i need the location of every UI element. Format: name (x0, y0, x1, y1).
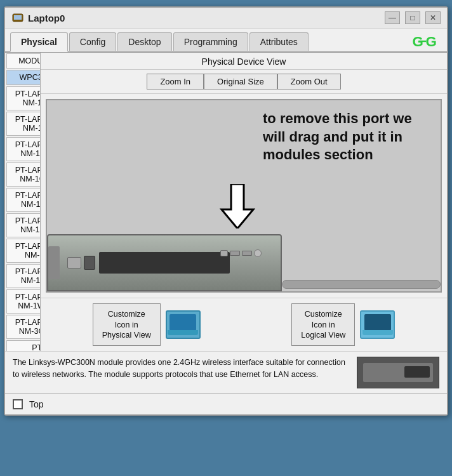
top-label: Top (29, 399, 44, 409)
laptop-port-r4 (254, 249, 262, 257)
bottom-bar: Top (5, 393, 447, 414)
list-item[interactable]: PT-LAPTOP-NM-1CGE (6, 162, 41, 187)
laptop-port-ethernet (67, 257, 81, 268)
laptop-port-r3 (242, 251, 252, 256)
device-view: to remove this port we will drag and put… (46, 99, 442, 293)
module-chip (404, 366, 430, 378)
list-item[interactable]: PT-LAPTOP-NM-1FFE (6, 188, 41, 212)
list-item[interactable]: WPC300N (6, 70, 41, 85)
laptop-physical-icon (166, 310, 201, 339)
left-panel: MODULES WPC300N PT-LAPTOP-NM-1AM PT-LAPT… (5, 53, 41, 351)
list-item[interactable]: MODULES (6, 53, 41, 69)
main-window: Laptop0 — □ ✕ Physical Config Desktop Pr… (4, 6, 448, 416)
laptop-side-detail (48, 246, 60, 279)
module-items: MODULES WPC300N PT-LAPTOP-NM-1AM PT-LAPT… (5, 53, 41, 351)
title-bar: Laptop0 — □ ✕ (5, 8, 447, 29)
module-image (357, 357, 439, 388)
tab-programming[interactable]: Programming (173, 32, 248, 51)
list-item[interactable]: PT-HEADPHONE (6, 340, 41, 351)
tab-physical[interactable]: Physical (10, 32, 68, 52)
description-area: The Linksys-WPC300N module provides one … (5, 351, 447, 393)
tab-attributes[interactable]: Attributes (249, 32, 309, 51)
maximize-button[interactable]: □ (405, 11, 420, 24)
laptop-right-ports (220, 249, 262, 257)
instruction-text: to remove this port we will drag and put… (263, 110, 428, 164)
description-text: The Linksys-WPC300N module provides one … (13, 357, 350, 381)
zoom-out-button[interactable]: Zoom Out (277, 74, 341, 89)
svg-rect-2 (13, 20, 22, 21)
customize-physical-group: CustomizeIcon inPhysical View (93, 303, 201, 346)
list-item[interactable]: PT-LAPTOP-NM-1AM (6, 86, 41, 110)
bottom-buttons: CustomizeIcon inPhysical View CustomizeI… (41, 298, 447, 351)
laptop-logical-icon-base (362, 330, 393, 335)
original-size-button[interactable]: Original Size (204, 74, 277, 89)
list-item[interactable]: PT-LAPTOP-NM-1CFE (6, 137, 41, 161)
customize-logical-button[interactable]: CustomizeIcon inLogical View (291, 303, 355, 346)
list-item[interactable]: PT-LAPTOP-NM-3G/4G (6, 315, 41, 339)
zoom-in-button[interactable]: Zoom In (147, 74, 204, 89)
customize-physical-button[interactable]: CustomizeIcon inPhysical View (93, 303, 161, 346)
right-panel: Physical Device View Zoom In Original Si… (41, 53, 447, 351)
list-item[interactable]: PT-LAPTOP-NM-1CE (6, 112, 41, 136)
tabs-left: Physical Config Desktop Programming Attr… (10, 32, 309, 51)
svg-text:G: G (425, 34, 436, 50)
module-image-inner (363, 363, 433, 382)
svg-marker-6 (222, 184, 253, 228)
title-left: Laptop0 (11, 11, 65, 24)
minimize-button[interactable]: — (385, 11, 400, 24)
laptop-port-r1 (220, 250, 228, 256)
laptop-device-image (47, 234, 282, 291)
laptop-logical-icon (360, 310, 395, 339)
tab-desktop[interactable]: Desktop (117, 32, 171, 51)
main-content: MODULES WPC300N PT-LAPTOP-NM-1AM PT-LAPT… (5, 53, 447, 351)
top-checkbox[interactable] (13, 399, 23, 409)
laptop-logical-icon-screen (364, 314, 391, 331)
list-item[interactable]: PT-LAPTOP-NM-1W-AC (6, 289, 41, 314)
module-list-wrapper: MODULES WPC300N PT-LAPTOP-NM-1AM PT-LAPT… (5, 53, 40, 351)
gg-icon: G G (411, 31, 442, 51)
geeksforgeeks-logo: G G (411, 31, 442, 51)
customize-physical-label: CustomizeIcon inPhysical View (102, 310, 151, 340)
customize-logical-label: CustomizeIcon inLogical View (301, 310, 345, 340)
list-item[interactable]: PT-LAPTOP-NM-1FGE (6, 213, 41, 237)
laptop-center-slot (99, 252, 230, 274)
device-scrollbar-bottom[interactable] (282, 280, 441, 289)
tabs-bar: Physical Config Desktop Programming Attr… (5, 29, 447, 53)
list-item[interactable]: PT-LAPTOP-NM-1W-A (6, 264, 41, 288)
physical-device-title: Physical Device View (41, 53, 447, 70)
laptop-icon-screen (170, 314, 196, 331)
tab-config[interactable]: Config (69, 32, 116, 51)
arrow-down-icon (218, 184, 256, 231)
zoom-controls: Zoom In Original Size Zoom Out (41, 70, 447, 94)
laptop-port-r2 (230, 251, 240, 256)
list-item[interactable]: PT-LAPTOP-NM-1W (6, 239, 41, 263)
laptop-icon-base (168, 330, 198, 335)
close-button[interactable]: ✕ (425, 11, 441, 24)
customize-logical-group: CustomizeIcon inLogical View (291, 303, 395, 346)
window-icon (11, 11, 24, 24)
svg-rect-1 (14, 15, 22, 20)
laptop-port-1 (84, 256, 95, 270)
title-controls: — □ ✕ (385, 11, 441, 24)
window-title: Laptop0 (28, 13, 65, 23)
laptop-port-area (67, 249, 95, 277)
